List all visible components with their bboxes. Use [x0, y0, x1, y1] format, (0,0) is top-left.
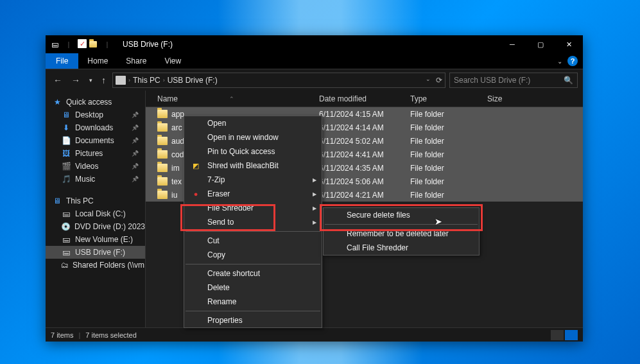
sidebar-this-pc[interactable]: 🖥 This PC	[46, 195, 145, 207]
cm-copy[interactable]: Copy	[184, 248, 322, 262]
folder-icon	[157, 191, 168, 199]
cm-delete[interactable]: Delete	[184, 281, 322, 295]
status-selected: 7 items selected	[85, 331, 136, 339]
disk-icon: 🖴	[61, 248, 71, 257]
view-large-button[interactable]	[565, 330, 578, 340]
cm-open-new-window[interactable]: Open in new window	[184, 130, 322, 144]
pictures-icon: 🖼	[61, 149, 71, 158]
nav-up-icon[interactable]: ↑	[99, 74, 108, 87]
star-icon: ★	[52, 98, 62, 107]
breadcrumb-drive[interactable]: USB Drive (F:)	[168, 76, 218, 85]
cm-eraser[interactable]: ●Eraser	[184, 187, 322, 201]
net-icon: 🗂	[61, 261, 69, 270]
folder-icon	[157, 150, 168, 159]
breadcrumb[interactable]: › This PC › USB Drive (F:) ⌄ ⟳	[112, 73, 445, 88]
sidebar-item-downloads[interactable]: ⬇Downloads	[46, 121, 145, 134]
pc-icon: 🖥	[52, 196, 62, 205]
folder-icon	[157, 164, 168, 172]
cm-create-shortcut[interactable]: Create shortcut	[184, 266, 322, 281]
column-size[interactable]: Size	[481, 94, 532, 103]
eraser-icon: ●	[191, 189, 201, 199]
close-button[interactable]: ✕	[555, 35, 583, 53]
downloads-icon: ⬇	[61, 123, 71, 132]
videos-icon: 🎬	[61, 162, 71, 171]
navigation-pane: ★ Quick access 🖥Desktop⬇Downloads📄Docume…	[46, 91, 146, 327]
sidebar-item-videos[interactable]: 🎬Videos	[46, 160, 145, 173]
refresh-icon[interactable]: ⟳	[436, 76, 442, 85]
sidebar-item-documents[interactable]: 📄Documents	[46, 134, 145, 147]
sm-call-shredder[interactable]: Call File Shredder	[324, 241, 479, 255]
column-date[interactable]: Date modified	[313, 94, 404, 103]
sidebar-item-drive[interactable]: 🖴USB Drive (F:)	[46, 246, 145, 259]
cm-7zip[interactable]: 7-Zip	[184, 173, 322, 187]
search-icon[interactable]: 🔍	[564, 76, 573, 85]
cm-rename[interactable]: Rename	[184, 295, 322, 309]
ribbon-collapse-icon[interactable]: ⌄	[557, 58, 562, 65]
view-details-button[interactable]	[551, 330, 564, 340]
help-icon[interactable]: ?	[567, 56, 578, 66]
statusbar: 7 items | 7 items selected	[46, 327, 583, 342]
sidebar-item-music[interactable]: 🎵Music	[46, 173, 145, 186]
status-items: 7 items	[51, 331, 73, 339]
breadcrumb-drive-icon	[116, 76, 126, 85]
cm-properties[interactable]: Properties	[184, 313, 322, 327]
cm-send-to[interactable]: Send to	[184, 215, 322, 229]
drive-icon: 🖴	[49, 39, 60, 49]
dvd-icon: 💿	[61, 222, 71, 231]
folder-icon	[157, 110, 168, 118]
qat-folder-icon[interactable]	[88, 39, 98, 49]
cm-cut[interactable]: Cut	[184, 234, 322, 248]
maximize-button[interactable]: ▢	[526, 35, 555, 53]
cm-open[interactable]: Open	[184, 116, 322, 130]
breadcrumb-dropdown-icon[interactable]: ⌄	[426, 76, 431, 85]
desktop-icon: 🖥	[61, 110, 71, 119]
qat-check-icon[interactable]: ✓	[78, 39, 87, 48]
sidebar-item-drive[interactable]: 💿DVD Drive (D:) 2023	[46, 220, 145, 233]
documents-icon: 📄	[61, 136, 71, 145]
nav-toolbar: ← → ▾ ↑ › This PC › USB Drive (F:) ⌄ ⟳ S…	[46, 69, 583, 91]
column-type[interactable]: Type	[404, 94, 481, 103]
search-input[interactable]: Search USB Drive (F:) 🔍	[449, 73, 578, 88]
nav-dropdown-icon[interactable]: ▾	[87, 76, 95, 85]
nav-back-icon[interactable]: ←	[51, 74, 65, 87]
disk-icon: 🖴	[61, 235, 71, 244]
tab-file[interactable]: File	[46, 53, 78, 69]
context-submenu: Secure delete files Remember to be delet…	[323, 207, 480, 256]
minimize-button[interactable]: ─	[498, 35, 526, 53]
sm-secure-delete[interactable]: Secure delete files	[324, 208, 479, 222]
sidebar-item-pictures[interactable]: 🖼Pictures	[46, 147, 145, 160]
cm-file-shredder[interactable]: File Shredder	[184, 201, 322, 215]
search-placeholder: Search USB Drive (F:)	[454, 76, 530, 85]
sm-remember-later[interactable]: Remember to be deleted later	[324, 227, 479, 241]
sidebar-item-drive[interactable]: 🖴New Volume (E:)	[46, 233, 145, 246]
titlebar: 🖴 | ✓ | USB Drive (F:) ─ ▢ ✕	[46, 35, 583, 53]
disk-icon: 🖴	[61, 209, 71, 218]
sidebar-item-drive[interactable]: 🖴Local Disk (C:)	[46, 207, 145, 220]
sidebar-item-drive[interactable]: 🗂Shared Folders (\\vm	[46, 259, 145, 272]
window-title: USB Drive (F:)	[123, 40, 173, 49]
folder-icon	[157, 137, 168, 145]
bleachbit-icon: ◩	[191, 160, 201, 171]
breadcrumb-thispc[interactable]: This PC	[133, 76, 160, 85]
tab-home[interactable]: Home	[78, 54, 117, 68]
column-name[interactable]: Name⌃	[146, 94, 313, 103]
column-headers: Name⌃ Date modified Type Size	[146, 91, 583, 107]
cm-pin-quick-access[interactable]: Pin to Quick access	[184, 144, 322, 159]
tab-share[interactable]: Share	[117, 54, 155, 68]
folder-icon	[157, 123, 168, 132]
tab-view[interactable]: View	[155, 54, 190, 68]
music-icon: 🎵	[61, 175, 71, 184]
cm-bleachbit[interactable]: ◩Shred with BleachBit	[184, 159, 322, 173]
ribbon: File Home Share View ⌄ ?	[46, 53, 583, 69]
context-menu: Open Open in new window Pin to Quick acc…	[184, 116, 322, 328]
folder-icon	[157, 177, 168, 186]
sidebar-item-desktop[interactable]: 🖥Desktop	[46, 108, 145, 121]
nav-forward-icon[interactable]: →	[69, 74, 83, 87]
sidebar-quick-access[interactable]: ★ Quick access	[46, 96, 145, 108]
